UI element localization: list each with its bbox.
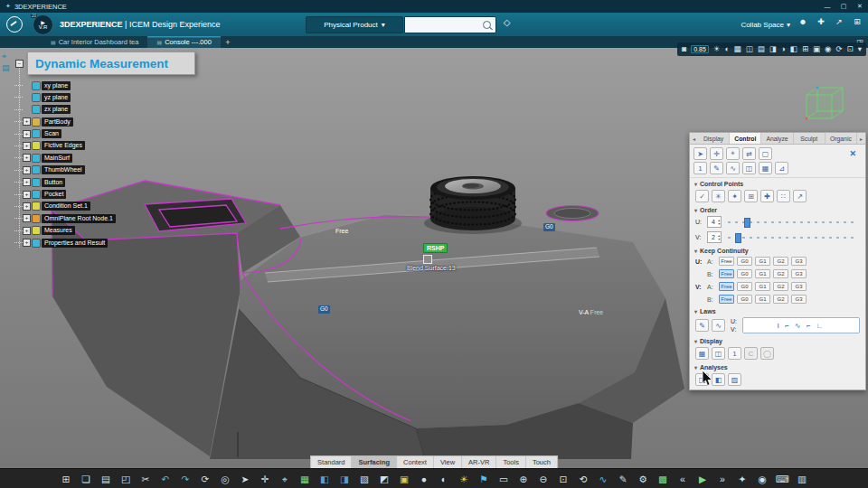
tree-expander-icon[interactable]: + xyxy=(23,142,31,150)
section-laws[interactable]: ▾ Laws xyxy=(690,305,865,315)
panel-tab[interactable]: Sculpt xyxy=(794,133,826,144)
new-doc-icon[interactable]: ❏ xyxy=(80,474,92,484)
continuity-free-button[interactable]: Free xyxy=(719,295,734,304)
collab-space-dropdown[interactable]: Collab Space ▾ xyxy=(741,21,790,29)
view-axis-triad[interactable] xyxy=(794,77,857,129)
workshop-tab[interactable]: AR-VR xyxy=(462,456,496,468)
hide-show-icon[interactable]: ◫ xyxy=(746,45,753,53)
c-display-icon[interactable]: C xyxy=(744,347,758,360)
swap-icon[interactable]: ⇄ xyxy=(742,147,756,160)
continuity-g2-button[interactable]: G2 xyxy=(773,295,788,304)
insert-icon[interactable]: ✚ xyxy=(760,190,774,202)
order-u-slider[interactable] xyxy=(728,221,856,223)
add-icon[interactable]: ✚ xyxy=(816,17,826,26)
panel-tab[interactable]: Analyze xyxy=(761,133,793,144)
target-icon[interactable]: ⌖ xyxy=(2,52,10,61)
grid-icon[interactable]: ⊞ xyxy=(802,45,808,53)
curve-icon[interactable]: ∿ xyxy=(726,162,740,174)
document-tab[interactable]: ▤ Console ---.000 xyxy=(147,36,220,48)
continuity-g0-button[interactable]: G0 xyxy=(737,282,752,291)
edit-icon[interactable]: ✎ xyxy=(710,162,723,174)
tree-item[interactable]: + ThumbWheel xyxy=(14,165,116,175)
tree-item[interactable]: + Condition Set.1 xyxy=(14,202,116,211)
section-analyses[interactable]: ▾ Analyses xyxy=(690,361,865,371)
search-input[interactable] xyxy=(405,19,483,31)
continuity-g3-button[interactable]: G3 xyxy=(791,295,807,304)
close-button[interactable]: ✕ xyxy=(852,0,868,13)
tabs-scroll-left-icon[interactable]: ◂ xyxy=(690,133,698,144)
tree-item[interactable]: + Fictive Edges xyxy=(14,141,116,151)
tree-expander-icon[interactable]: + xyxy=(23,130,31,138)
panel-tab[interactable]: Organic xyxy=(826,133,857,144)
net-display-icon[interactable]: ▦ xyxy=(695,347,709,360)
order-v-slider[interactable] xyxy=(728,237,856,239)
apply-icon[interactable]: ✓ xyxy=(695,190,709,202)
panel-icon[interactable]: ▥ xyxy=(796,474,808,484)
zoom-value[interactable]: 0.85 xyxy=(691,45,709,53)
light-icon[interactable]: ☀ xyxy=(458,474,470,484)
panel-close-button[interactable]: ✕ xyxy=(844,148,862,159)
section-display[interactable]: ▾ Display xyxy=(690,335,865,345)
refresh-icon[interactable]: ⟳ xyxy=(199,474,212,484)
grid-icon[interactable]: ▩ xyxy=(656,474,669,484)
tree-expander-icon[interactable]: + xyxy=(23,202,31,211)
continuity-g1-button[interactable]: G1 xyxy=(755,282,770,291)
workshop-tab[interactable]: View xyxy=(434,456,462,468)
curve-tool-icon[interactable]: ∿ xyxy=(597,474,609,484)
handles-icon[interactable]: ✦ xyxy=(728,190,741,202)
new-tab-button[interactable]: + xyxy=(221,36,235,48)
layers-icon[interactable]: ▤ xyxy=(758,45,765,53)
corner-shade-icon[interactable]: ◩ xyxy=(378,474,391,484)
tree-expander-icon[interactable]: + xyxy=(23,178,31,186)
pointer-icon[interactable]: ➤ xyxy=(239,474,251,484)
surface-display-icon[interactable]: ◫ xyxy=(712,347,725,360)
tree-item[interactable]: + yz plane xyxy=(14,92,116,102)
rshp-tag[interactable]: RSHP xyxy=(423,243,448,253)
section-keep-continuity[interactable]: ▾ Keep Continuity xyxy=(690,245,865,255)
fit-icon[interactable]: ⊡ xyxy=(847,45,854,53)
tree-expander-icon[interactable]: + xyxy=(23,214,31,222)
continuity-g2-button[interactable]: G2 xyxy=(773,257,788,266)
frame-icon[interactable]: ▣ xyxy=(398,474,410,484)
continuity-g0-button[interactable]: G0 xyxy=(737,257,752,266)
snap-icon[interactable]: ⌖ xyxy=(726,147,740,160)
reflection-icon[interactable]: ◑ xyxy=(781,45,786,53)
blend-surface-icon[interactable] xyxy=(423,255,432,264)
tree-expander-icon[interactable]: + xyxy=(23,227,31,235)
tree-item[interactable]: + OmniPlane Root Node.1 xyxy=(14,213,116,223)
rows-icon[interactable]: ∷ xyxy=(777,190,790,202)
panel-tab[interactable]: Display xyxy=(698,133,730,144)
law-type-selector[interactable]: Ι ⌐ ∿ ⌐ ∟ xyxy=(742,317,860,333)
rotate-icon[interactable]: ⟳ xyxy=(835,45,842,53)
rotate-view-icon[interactable]: ⟲ xyxy=(577,474,590,484)
tag-icon[interactable]: ◇ xyxy=(503,20,513,27)
fit-all-icon[interactable]: ⊡ xyxy=(557,474,570,484)
direction-icon[interactable]: ↗ xyxy=(793,190,807,202)
section-left-icon[interactable]: ◧ xyxy=(318,474,331,484)
tree-expander-icon[interactable]: + xyxy=(23,166,31,174)
triangle-icon[interactable]: ⊿ xyxy=(775,162,788,174)
free-label-top[interactable]: Free xyxy=(335,228,348,234)
continuity-g0-button[interactable]: G0 xyxy=(737,295,752,304)
law-edit-icon[interactable]: ✎ xyxy=(695,319,709,332)
section-icon[interactable]: ◧ xyxy=(790,45,797,53)
workshop-tab[interactable]: Context xyxy=(397,456,434,468)
undo-icon[interactable]: ↶ xyxy=(159,474,172,484)
cut-icon[interactable]: ✂ xyxy=(139,474,152,484)
continuity-g1-button[interactable]: G1 xyxy=(755,269,770,278)
forward-icon[interactable]: » xyxy=(716,474,729,484)
continuity-g3-button[interactable]: G3 xyxy=(791,282,807,291)
capture-icon[interactable]: ▣ xyxy=(813,45,820,53)
tree-item[interactable]: + Pocket xyxy=(14,190,116,200)
wireframe-icon[interactable]: ▦ xyxy=(734,45,741,53)
save-icon[interactable]: ◰ xyxy=(119,474,132,484)
blend-surface-label[interactable]: Blend Surface.13 xyxy=(407,265,456,271)
continuity-g1-button[interactable]: G1 xyxy=(755,257,770,266)
order-u-spinner[interactable]: 4 ▴▾ xyxy=(707,216,722,228)
keyboard-icon[interactable]: ⌨ xyxy=(776,474,788,484)
patch-icon[interactable]: ◫ xyxy=(742,162,756,174)
move-icon[interactable]: ✛ xyxy=(259,474,271,484)
open-icon[interactable]: ▤ xyxy=(99,474,112,484)
points-icon[interactable]: ✳ xyxy=(712,190,725,202)
tree-item[interactable]: + xy plane xyxy=(14,80,116,90)
